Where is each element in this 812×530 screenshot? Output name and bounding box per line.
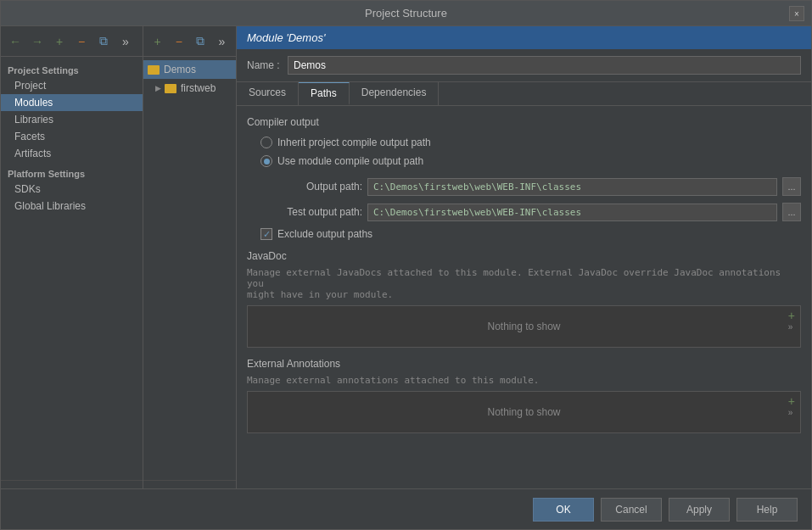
sidebar-item-libraries[interactable]: Libraries [1,111,143,128]
module-header: Module 'Demos' [237,26,811,49]
output-path-label: Output path: [260,181,362,192]
tab-dependencies[interactable]: Dependencies [350,82,440,105]
javadoc-desc: Manage external JavaDocs attached to thi… [247,267,801,300]
external-annotations-add-button[interactable]: + [788,395,795,407]
add-module-button[interactable]: + [50,32,69,51]
output-path-input[interactable] [367,178,777,196]
left-panel: ← → + − ⧉ » Project Settings Project Mod… [1,26,143,488]
module-item-demos[interactable]: Demos [143,60,236,79]
exclude-checkbox[interactable] [260,228,272,240]
radio-inherit-label: Inherit project compile output path [277,137,431,148]
external-annotations-desc: Manage external annotations attached to … [247,375,801,386]
exclude-label: Exclude output paths [277,228,372,240]
external-annotations-actions: + » [788,395,795,417]
tab-sources[interactable]: Sources [237,82,299,105]
output-browse-button[interactable]: ... [782,177,801,196]
copy-module-button[interactable]: ⧉ [94,32,113,51]
external-annotations-nothing-box: Nothing to show + » [247,391,801,433]
left-nav: Project Settings Project Modules Librari… [1,57,143,480]
javadoc-more-button[interactable]: » [788,323,795,332]
radio-group: Inherit project compile output path Use … [247,137,801,167]
module-more-button[interactable]: » [213,32,231,51]
javadoc-actions: + » [788,310,795,332]
javadoc-nothing-box: Nothing to show + » [247,305,801,348]
radio-inherit[interactable]: Inherit project compile output path [260,137,801,148]
javadoc-section: JavaDoc Manage external JavaDocs attache… [247,250,801,348]
project-structure-window: Project Structure × ← → + − ⧉ » Project … [0,0,812,530]
name-input[interactable] [288,56,801,75]
test-output-browse-button[interactable]: ... [782,203,801,221]
module-folder-icon-firstweb [164,81,177,95]
radio-module-label: Use module compile output path [277,155,423,167]
module-item-firstweb[interactable]: ▶ firstweb [143,79,236,98]
test-output-path-row: Test output path: ... [247,203,801,221]
name-label: Name : [247,59,281,71]
module-label-firstweb: firstweb [181,82,216,94]
module-add-button[interactable]: + [148,32,166,51]
test-output-path-label: Test output path: [260,206,362,218]
external-annotations-nothing-text: Nothing to show [487,406,560,418]
external-annotations-section: External Annotations Manage external ann… [247,358,801,433]
right-panel: Module 'Demos' Name : Sources Paths Depe… [237,26,811,488]
external-annotations-more-button[interactable]: » [788,409,795,417]
module-panel: + − ⧉ » Demos ▶ firstweb [143,26,237,488]
close-button[interactable]: × [789,6,804,21]
sidebar-item-artifacts[interactable]: Artifacts [1,145,143,162]
remove-module-button[interactable]: − [72,32,91,51]
sidebar-item-sdks[interactable]: SDKs [1,181,143,198]
radio-inherit-btn[interactable] [260,137,272,148]
test-output-path-input[interactable] [367,204,777,221]
title-bar: Project Structure × [1,1,811,26]
javadoc-title: JavaDoc [247,250,801,262]
module-toolbar: + − ⧉ » [143,26,236,57]
output-path-row: Output path: ... [247,177,801,196]
javadoc-add-button[interactable]: + [788,310,795,321]
content-area: Compiler output Inherit project compile … [237,106,811,488]
sidebar-item-modules[interactable]: Modules [1,94,143,111]
left-toolbar: ← → + − ⧉ » [1,26,143,57]
compiler-output-title: Compiler output [247,116,801,128]
cancel-button[interactable]: Cancel [601,498,662,522]
sidebar-item-global-libraries[interactable]: Global Libraries [1,198,143,215]
radio-module-btn[interactable] [260,155,272,167]
module-tree: Demos ▶ firstweb [143,57,236,480]
help-button[interactable]: Help [736,498,798,522]
sidebar-item-facets[interactable]: Facets [1,128,143,145]
back-button[interactable]: ← [6,32,25,51]
javadoc-nothing-text: Nothing to show [487,321,560,332]
radio-module[interactable]: Use module compile output path [260,155,801,167]
forward-button[interactable]: → [28,32,47,51]
module-folder-icon [147,63,160,76]
module-copy-button[interactable]: ⧉ [192,32,210,51]
name-row: Name : [237,49,811,82]
ok-button[interactable]: OK [533,498,594,522]
more-module-button[interactable]: » [116,32,135,51]
module-label-demos: Demos [164,64,196,75]
chevron-right-icon: ▶ [154,84,162,92]
project-settings-label: Project Settings [1,60,143,77]
module-scrollbar [143,480,236,488]
window-title: Project Structure [365,7,447,20]
exclude-checkbox-row: Exclude output paths [247,228,801,240]
platform-settings-label: Platform Settings [1,162,143,181]
left-scrollbar [1,480,143,488]
apply-button[interactable]: Apply [669,498,730,522]
bottom-bar: OK Cancel Apply Help [1,488,811,529]
tab-paths[interactable]: Paths [299,82,350,105]
module-remove-button[interactable]: − [170,32,188,51]
external-annotations-title: External Annotations [247,358,801,370]
sidebar-item-project[interactable]: Project [1,77,143,94]
tabs-row: Sources Paths Dependencies [237,82,811,106]
main-content: ← → + − ⧉ » Project Settings Project Mod… [1,26,811,488]
